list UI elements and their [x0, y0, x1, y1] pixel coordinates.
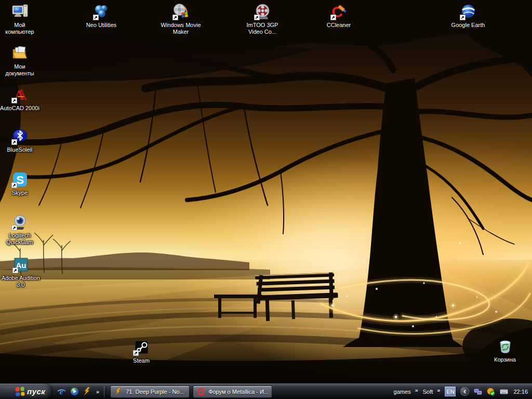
shortcut-arrow-icon — [11, 182, 17, 188]
shortcut-arrow-icon — [11, 225, 17, 231]
desktop-icon-label: AutoCAD 2000i — [0, 105, 39, 112]
desktop-icon-label: Корзина — [494, 356, 516, 363]
toolbar-soft[interactable]: Soft » — [423, 389, 441, 395]
desktop-icon-adobe-audition[interactable]: Au Adobe Audition 3.0 — [0, 256, 44, 288]
task-button-label: Форум о Metallica - И... — [208, 389, 268, 395]
security-icon[interactable] — [487, 388, 495, 396]
desktop-icon-windows-movie-maker[interactable]: Windows Movie Maker — [155, 3, 207, 35]
desktop-icon-google-earth[interactable]: Google Earth — [442, 3, 494, 29]
shortcut-arrow-icon — [12, 268, 18, 273]
desktop-icon-label: Adobe Audition 3.0 — [0, 275, 44, 288]
toolbar-overflow-chevron[interactable]: » — [415, 387, 418, 393]
opera-icon — [197, 388, 205, 396]
desktop-icon-steam[interactable]: Steam — [122, 339, 161, 364]
desktop-icon-label: Skype — [12, 190, 28, 196]
desktop-icon-label: Windows Movie Maker — [155, 22, 207, 35]
quick-launch: e » — [51, 387, 103, 396]
desktop-icon-label: Logitech QuickCam — [0, 232, 39, 246]
winamp-icon — [114, 388, 123, 396]
google-earth-icon — [460, 3, 477, 20]
recycle-bin-icon — [497, 338, 514, 355]
desktop-icon-label: Steam — [133, 357, 150, 364]
internet-explorer-icon[interactable]: e — [57, 387, 66, 396]
shortcut-arrow-icon — [11, 98, 17, 103]
shortcut-arrow-icon — [254, 15, 260, 20]
logitech-quickcam-icon — [11, 214, 29, 231]
svg-text:e: e — [60, 388, 63, 396]
desktop-icon-label: Мой компьютер — [0, 22, 39, 35]
media-player-icon[interactable] — [70, 387, 79, 396]
system-tray: games » Soft » EN — [394, 387, 532, 396]
shortcut-arrow-icon — [172, 15, 178, 20]
toolbar-overflow-chevron[interactable]: » — [437, 387, 440, 393]
taskbar: пуск e » — [0, 383, 532, 399]
shortcut-arrow-icon — [11, 139, 17, 145]
toolbar-games[interactable]: games » — [394, 389, 418, 395]
bluesoleil-icon — [11, 128, 29, 145]
windows-logo-icon — [15, 387, 24, 396]
imtoo-3gp-icon — [254, 3, 271, 20]
shortcut-arrow-icon — [460, 15, 466, 20]
steam-icon — [133, 339, 150, 356]
taskbar-clock[interactable]: 22:16 — [513, 389, 528, 395]
desktop-icon-recycle-bin[interactable]: Корзина — [485, 338, 525, 363]
desktop-icon-my-documents[interactable]: Мои документы — [0, 45, 39, 77]
ccleaner-icon: C — [330, 3, 348, 20]
desktop-icon-skype[interactable]: S Skype — [0, 171, 39, 196]
shortcut-arrow-icon — [330, 15, 336, 20]
desktop-icon-imtoo-3gp[interactable]: ImTOO 3GP Video Co... — [242, 3, 283, 35]
desktop-icon-logitech-quickcam[interactable]: Logitech QuickCam — [0, 214, 39, 246]
svg-text:S: S — [16, 174, 24, 187]
task-button-winamp[interactable]: 71. Deep Purple - No... — [110, 385, 190, 398]
windows-movie-maker-icon — [172, 3, 190, 20]
desktop-icon-my-computer[interactable]: Мой компьютер — [0, 3, 39, 35]
shortcut-arrow-icon — [93, 15, 99, 20]
start-button-label: пуск — [27, 387, 45, 396]
hide-inactive-icons-button[interactable] — [460, 387, 469, 396]
quick-launch-overflow-chevron[interactable]: » — [96, 389, 99, 395]
desktop-icon-label: Мои документы — [0, 63, 39, 77]
taskbar-drag-handle[interactable] — [104, 386, 107, 397]
skype-icon: S — [11, 171, 29, 188]
desktop-icon-label: Neo Utilities — [86, 22, 117, 29]
my-computer-icon — [11, 3, 29, 20]
desktop-icon-neo-utilities[interactable]: Neo Utilities — [75, 3, 127, 29]
task-button-label: 71. Deep Purple - No... — [126, 389, 184, 395]
adobe-audition-icon: Au — [12, 256, 30, 273]
winamp-icon[interactable] — [83, 387, 92, 396]
desktop-wallpaper — [0, 0, 532, 383]
desktop-icon-label: BlueSoleil — [7, 147, 33, 153]
neo-utilities-icon — [93, 3, 110, 20]
autocad-icon: A — [11, 86, 29, 103]
desktop-icon-label: ImTOO 3GP Video Co... — [242, 22, 283, 35]
desktop: Мой компьютер Мои документы A AutoCAD 20… — [0, 0, 532, 399]
desktop-icon-label: Google Earth — [451, 22, 485, 29]
language-indicator[interactable]: EN — [445, 387, 456, 396]
network-icon[interactable] — [474, 388, 482, 396]
task-button-opera[interactable]: Форум о Metallica - И... — [193, 385, 272, 398]
desktop-icon-bluesoleil[interactable]: BlueSoleil — [0, 128, 39, 153]
desktop-icon-autocad[interactable]: A AutoCAD 2000i — [0, 86, 43, 112]
my-documents-icon — [11, 45, 29, 62]
desktop-icon-label: CCleaner — [327, 22, 351, 29]
desktop-icon-ccleaner[interactable]: C CCleaner — [313, 3, 365, 29]
keyboard-icon[interactable] — [500, 388, 508, 396]
start-button[interactable]: пуск — [0, 384, 51, 399]
shortcut-arrow-icon — [133, 350, 139, 356]
